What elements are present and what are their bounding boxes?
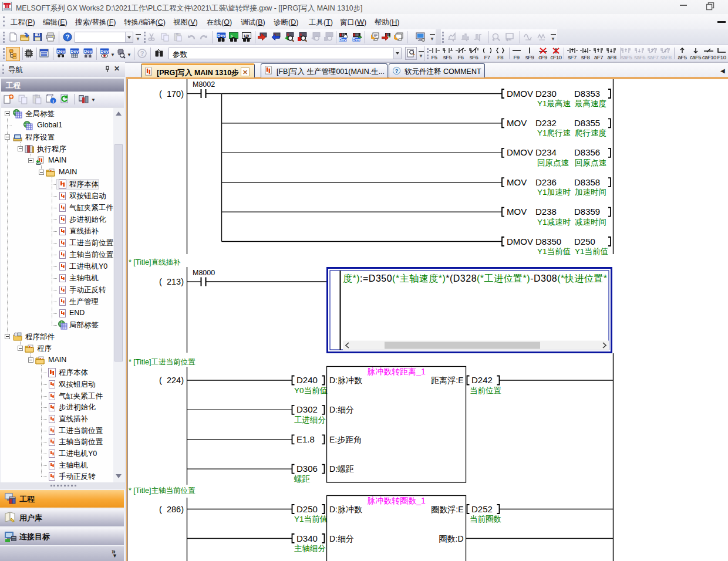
svg-text:* [Title]主轴当前位置: * [Title]主轴当前位置 <box>129 486 196 495</box>
svg-text:D:脉冲数: D:脉冲数 <box>329 376 362 385</box>
svg-text:D232: D232 <box>535 118 557 128</box>
svg-text:Dev: Dev <box>339 38 347 42</box>
svg-text:距离浮:E: 距离浮:E <box>431 376 463 385</box>
svg-text:圈数:D: 圈数:D <box>439 534 464 543</box>
svg-text:D250: D250 <box>574 236 595 246</box>
svg-text:D250: D250 <box>296 504 318 514</box>
svg-text:最高速度: 最高速度 <box>574 99 606 108</box>
svg-text:?: ? <box>395 68 399 74</box>
svg-text:度*):=D350(*主轴速度*)*(D328(*工进位置*: 度*):=D350(*主轴速度*)*(D328(*工进位置*)-D308(*快进… <box>343 273 608 283</box>
svg-text:Y1爬行速: Y1爬行速 <box>537 129 571 137</box>
svg-text:工进细分: 工进细分 <box>294 415 326 424</box>
svg-text:D252: D252 <box>471 504 493 514</box>
svg-text:DMOV: DMOV <box>507 89 533 99</box>
svg-text:M8000: M8000 <box>193 269 215 277</box>
svg-text:D:细分: D:细分 <box>329 534 354 543</box>
svg-text:( 286): ( 286) <box>159 505 184 514</box>
svg-text:D238: D238 <box>535 207 557 217</box>
svg-text:i: i <box>52 99 53 104</box>
svg-text:螺距: 螺距 <box>294 475 311 484</box>
svg-text:D340: D340 <box>296 533 318 543</box>
svg-text:D8359: D8359 <box>574 207 600 217</box>
svg-text:Dev: Dev <box>353 38 360 42</box>
svg-text:脉冲数转距离_1: 脉冲数转距离_1 <box>367 367 426 376</box>
svg-text:D242: D242 <box>471 375 493 385</box>
svg-text:D8355: D8355 <box>574 118 600 128</box>
svg-text:( 170): ( 170) <box>159 89 184 99</box>
svg-text:D236: D236 <box>535 177 557 187</box>
svg-text:Dev: Dev <box>84 49 93 54</box>
svg-text:Y1当前值: Y1当前值 <box>575 247 608 256</box>
svg-text:D8358: D8358 <box>574 177 600 187</box>
svg-text:当前圈数: 当前圈数 <box>470 515 501 523</box>
svg-text:E1.8: E1.8 <box>296 434 315 444</box>
svg-text:D8356: D8356 <box>574 147 600 157</box>
svg-text:MOV: MOV <box>507 207 527 217</box>
svg-text:MOV: MOV <box>507 177 527 187</box>
svg-text:脉冲数转圈数_1: 脉冲数转圈数_1 <box>367 496 426 505</box>
svg-text:* [Title]直线插补: * [Title]直线插补 <box>129 258 181 266</box>
svg-text:D8353: D8353 <box>574 89 600 99</box>
svg-text:圈数浮:E: 圈数浮:E <box>431 505 463 514</box>
svg-text:D234: D234 <box>535 147 557 157</box>
svg-text:加速时间: 加速时间 <box>575 188 606 197</box>
svg-text:Y1当前值: Y1当前值 <box>294 515 328 523</box>
svg-text:主轴细分: 主轴细分 <box>294 544 326 553</box>
svg-text:D240: D240 <box>296 375 318 385</box>
svg-text:Y1减速时: Y1减速时 <box>537 218 571 227</box>
svg-text:回原点速: 回原点速 <box>575 158 607 167</box>
svg-text:当前位置: 当前位置 <box>470 386 501 395</box>
svg-text:MOV: MOV <box>507 118 527 128</box>
svg-text:D302: D302 <box>296 404 318 414</box>
svg-text:Dev: Dev <box>100 49 109 54</box>
svg-text:M8002: M8002 <box>193 80 215 89</box>
svg-text:?: ? <box>140 50 144 57</box>
svg-text:D:脉冲数: D:脉冲数 <box>329 505 362 514</box>
svg-text:E:步距角: E:步距角 <box>329 435 362 444</box>
svg-text:( 213): ( 213) <box>159 277 184 286</box>
svg-text:减速时间: 减速时间 <box>575 218 606 227</box>
svg-text:Y1加速时: Y1加速时 <box>537 188 571 197</box>
svg-text:D306: D306 <box>296 464 318 474</box>
svg-text:Dev: Dev <box>57 49 66 54</box>
svg-text:Dev: Dev <box>70 49 79 54</box>
svg-text:Y0当前值: Y0当前值 <box>294 386 328 395</box>
svg-text:?: ? <box>66 33 70 40</box>
svg-text:Y1最高速: Y1最高速 <box>537 99 571 108</box>
svg-text:( 224): ( 224) <box>159 376 184 385</box>
svg-text:DMOV: DMOV <box>507 236 533 246</box>
svg-text:Y1当前值: Y1当前值 <box>537 247 571 256</box>
svg-text:DMOV: DMOV <box>507 147 533 157</box>
svg-text:D8350: D8350 <box>535 236 561 246</box>
svg-text:回原点速: 回原点速 <box>537 158 569 167</box>
svg-text:爬行速度: 爬行速度 <box>575 129 606 137</box>
svg-text:D230: D230 <box>535 89 557 99</box>
svg-text:D:螺距: D:螺距 <box>329 464 354 474</box>
svg-text:* [Title]工进当前位置: * [Title]工进当前位置 <box>129 358 196 366</box>
svg-text:D:细分: D:细分 <box>329 405 354 414</box>
